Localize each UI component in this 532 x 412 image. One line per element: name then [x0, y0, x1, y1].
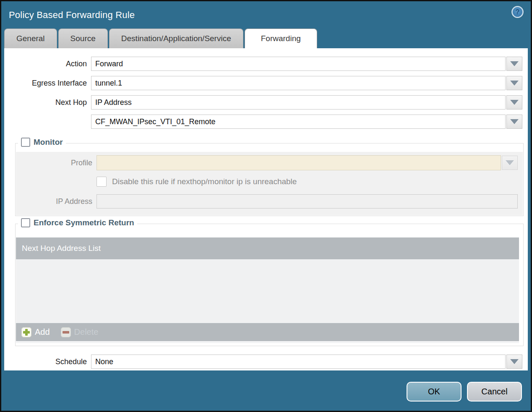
- ok-button-label: OK: [428, 387, 440, 396]
- chevron-down-icon: [510, 119, 519, 124]
- monitor-profile-row: Profile: [16, 155, 523, 170]
- monitor-ip-address-row: IP Address: [16, 194, 523, 209]
- schedule-row: Schedule: [4, 355, 522, 369]
- ok-button[interactable]: OK: [407, 382, 462, 402]
- chevron-down-icon: [510, 359, 519, 364]
- tab-general-label: General: [16, 34, 45, 43]
- tab-forwarding[interactable]: Forwarding: [245, 29, 317, 48]
- next-hop-address-list-table: Next Hop Address List Add Delete: [16, 237, 519, 341]
- schedule-input[interactable]: [91, 355, 506, 369]
- minus-icon: [61, 327, 71, 337]
- egress-interface-combobox: [91, 76, 522, 90]
- profile-dropdown-button-disabled: [502, 156, 518, 170]
- disable-rule-row: Disable this rule if nexthop/monitor ip …: [96, 177, 523, 187]
- next-hop-address-dropdown-button[interactable]: [506, 115, 522, 129]
- monitor-legend-text: Monitor: [34, 138, 63, 147]
- egress-interface-dropdown-button[interactable]: [506, 76, 522, 90]
- egress-interface-label: Egress Interface: [4, 79, 91, 88]
- table-header-label: Next Hop Address List: [22, 244, 101, 253]
- tab-source-label: Source: [70, 34, 96, 43]
- next-hop-address-row: [4, 115, 522, 129]
- monitor-panel: Profile Disable this rule if nexthop/mon…: [16, 152, 523, 215]
- egress-interface-row: Egress Interface: [4, 76, 522, 90]
- schedule-dropdown-button[interactable]: [506, 355, 522, 369]
- table-bottom-strip: [16, 341, 519, 343]
- monitor-ip-address-label: IP Address: [16, 197, 96, 206]
- dialog-footer: OK Cancel: [1, 370, 531, 411]
- table-toolbar: Add Delete: [16, 323, 519, 341]
- dialog-titlebar: Policy Based Forwarding Rule ?: [1, 1, 531, 29]
- action-input[interactable]: [91, 57, 506, 71]
- chevron-down-icon: [506, 160, 514, 165]
- table-header: Next Hop Address List: [16, 237, 519, 259]
- next-hop-address-combobox: [91, 115, 522, 129]
- tab-destination-application-service[interactable]: Destination/Application/Service: [109, 29, 243, 48]
- tab-destination-label: Destination/Application/Service: [121, 34, 231, 43]
- tab-forwarding-label: Forwarding: [261, 34, 301, 43]
- tab-source[interactable]: Source: [58, 29, 108, 48]
- monitor-fieldset: Monitor Profile Disable this rule if nex…: [15, 143, 524, 216]
- enforce-symmetric-return-checkbox[interactable]: [21, 218, 30, 227]
- schedule-label: Schedule: [4, 357, 91, 366]
- disable-rule-checkbox: [96, 177, 107, 187]
- tab-bar: General Source Destination/Application/S…: [1, 29, 531, 48]
- profile-field-disabled: [96, 155, 501, 170]
- action-combobox: [91, 57, 522, 71]
- next-hop-type-input[interactable]: [91, 95, 506, 110]
- plus-icon: [21, 327, 31, 337]
- delete-button-label: Delete: [74, 327, 99, 337]
- profile-label: Profile: [16, 159, 96, 167]
- help-glyph: ?: [516, 8, 520, 16]
- action-row: Action: [4, 57, 522, 71]
- cancel-button-label: Cancel: [481, 387, 507, 396]
- dialog-title: Policy Based Forwarding Rule: [9, 10, 135, 21]
- tab-general[interactable]: General: [4, 29, 57, 48]
- symmetric-return-fieldset: Enforce Symmetric Return Next Hop Addres…: [15, 224, 524, 346]
- policy-based-forwarding-dialog: Policy Based Forwarding Rule ? General S…: [1, 1, 531, 411]
- next-hop-type-combobox: [91, 95, 522, 110]
- add-button-label: Add: [35, 327, 50, 337]
- chevron-down-icon: [510, 100, 519, 105]
- next-hop-row: Next Hop: [4, 95, 522, 110]
- disable-rule-label: Disable this rule if nexthop/monitor ip …: [112, 177, 297, 186]
- next-hop-address-input[interactable]: [91, 115, 506, 129]
- action-label: Action: [4, 60, 91, 68]
- next-hop-label: Next Hop: [4, 98, 91, 107]
- monitor-legend: Monitor: [18, 138, 66, 147]
- add-button[interactable]: Add: [21, 327, 50, 337]
- cancel-button[interactable]: Cancel: [467, 382, 522, 402]
- symmetric-return-legend: Enforce Symmetric Return: [18, 218, 137, 227]
- action-dropdown-button[interactable]: [506, 57, 522, 71]
- symmetric-return-legend-text: Enforce Symmetric Return: [34, 218, 134, 227]
- schedule-combobox: [91, 355, 522, 369]
- monitor-ip-address-input: [96, 194, 518, 209]
- chevron-down-icon: [510, 81, 519, 86]
- table-body-empty[interactable]: [16, 259, 519, 323]
- monitor-checkbox[interactable]: [21, 138, 30, 147]
- next-hop-type-dropdown-button[interactable]: [506, 95, 522, 110]
- forwarding-tab-panel: Action Egress Interface Next Hop: [4, 48, 528, 370]
- chevron-down-icon: [510, 61, 519, 66]
- help-icon[interactable]: ?: [511, 6, 524, 18]
- delete-button: Delete: [61, 327, 99, 337]
- egress-interface-input[interactable]: [91, 76, 506, 90]
